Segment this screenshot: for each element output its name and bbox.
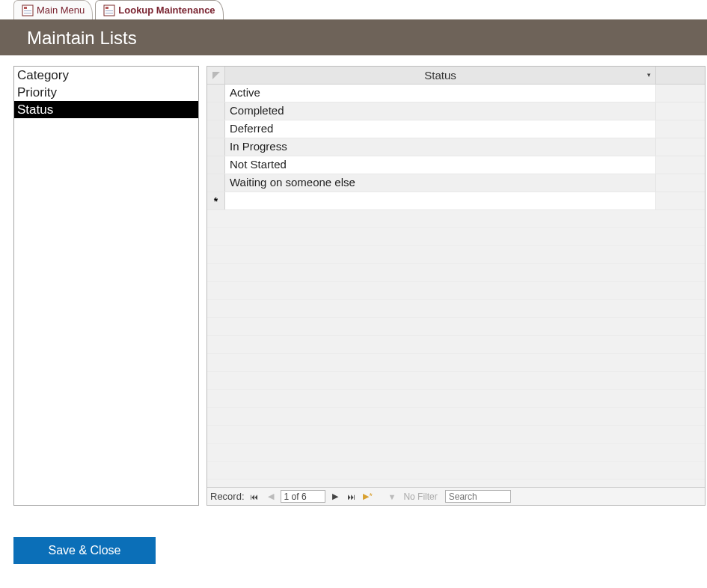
empty-row [207, 426, 705, 444]
empty-row [207, 354, 705, 372]
svg-rect-1 [24, 7, 27, 9]
form-icon [103, 4, 115, 16]
cell-status[interactable]: In Progress [225, 138, 656, 156]
table-row[interactable]: Not Started [207, 156, 705, 174]
search-input[interactable]: Search [445, 490, 511, 503]
cell-status[interactable]: Waiting on someone else [225, 174, 656, 192]
nav-prev-icon[interactable]: ◀ [264, 490, 278, 503]
nav-last-icon[interactable]: ⏭ [345, 490, 358, 503]
tab-bar: Main Menu Lookup Maintenance [0, 0, 707, 21]
cell-status[interactable] [225, 192, 656, 209]
table-row[interactable]: In Progress [207, 138, 705, 156]
select-all-cell[interactable] [207, 67, 225, 84]
row-selector[interactable] [207, 85, 225, 102]
empty-row [207, 210, 705, 228]
table-row[interactable]: Completed [207, 102, 705, 120]
lookup-type-list[interactable]: CategoryPriorityStatus [13, 66, 199, 506]
empty-row [207, 282, 705, 300]
cell-status[interactable]: Deferred [225, 120, 656, 138]
empty-row [207, 264, 705, 282]
no-filter-label: No Filter [403, 491, 437, 502]
svg-rect-3 [24, 13, 31, 13]
column-header-status[interactable]: Status ▾ [225, 67, 656, 84]
datasheet-header-row: Status ▾ [207, 67, 705, 85]
column-header-label: Status [424, 69, 456, 82]
empty-row [207, 480, 705, 487]
status-datasheet: Status ▾ ActiveCompletedDeferredIn Progr… [206, 66, 706, 506]
svg-rect-5 [105, 7, 108, 9]
empty-row [207, 246, 705, 264]
tab-lookup-maintenance[interactable]: Lookup Maintenance [95, 0, 223, 19]
row-selector[interactable] [207, 138, 225, 156]
page-header: Maintain Lists [0, 21, 707, 55]
svg-rect-2 [24, 10, 31, 11]
empty-row [207, 228, 705, 246]
record-position-box[interactable]: 1 of 6 [281, 490, 325, 503]
nav-next-icon[interactable]: ▶ [328, 490, 342, 503]
cell-status[interactable]: Completed [225, 102, 656, 120]
record-label: Record: [210, 491, 245, 502]
datasheet-body: ActiveCompletedDeferredIn ProgressNot St… [207, 85, 705, 487]
empty-row [207, 336, 705, 354]
sidebar-item-status[interactable]: Status [14, 101, 198, 118]
save-close-button[interactable]: Save & Close [13, 537, 156, 564]
tab-label: Lookup Maintenance [118, 4, 215, 16]
sidebar-item-priority[interactable]: Priority [14, 84, 198, 101]
table-row[interactable]: Deferred [207, 120, 705, 138]
table-row[interactable]: Waiting on someone else [207, 174, 705, 192]
tab-label: Main Menu [37, 4, 85, 16]
table-row[interactable]: Active [207, 85, 705, 102]
new-row-marker-icon: * [207, 192, 225, 209]
form-icon [22, 4, 34, 16]
nav-new-icon[interactable]: ▶* [361, 490, 375, 503]
empty-row [207, 408, 705, 426]
svg-rect-6 [105, 10, 113, 11]
tab-main-menu[interactable]: Main Menu [13, 0, 93, 19]
content-area: CategoryPriorityStatus Status ▾ ActiveCo… [0, 55, 707, 506]
svg-rect-7 [105, 13, 113, 13]
cell-status[interactable]: Not Started [225, 156, 656, 174]
empty-row [207, 300, 705, 318]
empty-row [207, 462, 705, 480]
row-selector[interactable] [207, 120, 225, 138]
empty-row [207, 444, 705, 462]
empty-row [207, 372, 705, 390]
column-dropdown-icon[interactable]: ▾ [647, 71, 651, 79]
row-selector[interactable] [207, 156, 225, 174]
row-selector[interactable] [207, 102, 225, 120]
empty-row [207, 390, 705, 408]
empty-row [207, 318, 705, 336]
filter-icon: ▼ [388, 492, 397, 501]
cell-status[interactable]: Active [225, 85, 656, 102]
record-nav-bar: Record: ⏮ ◀ 1 of 6 ▶ ⏭ ▶* ▼ No Filter Se… [207, 487, 705, 505]
page-title: Maintain Lists [27, 28, 137, 49]
table-new-row[interactable]: * [207, 192, 705, 210]
nav-first-icon[interactable]: ⏮ [248, 490, 261, 503]
row-selector[interactable] [207, 174, 225, 192]
sidebar-item-category[interactable]: Category [14, 67, 198, 84]
